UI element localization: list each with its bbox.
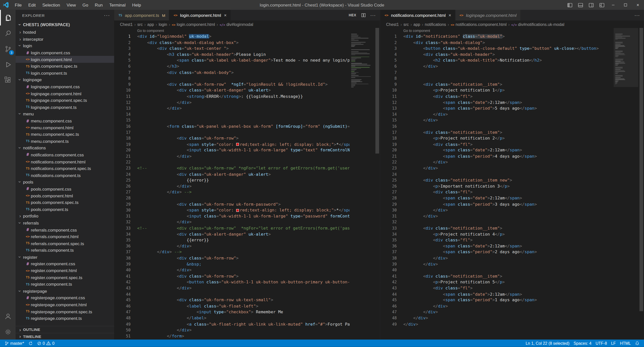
scrollbar-thumb[interactable]	[639, 28, 643, 311]
code-line-30[interactable]: 30 <span style="color: red;text-align: l…	[114, 207, 380, 213]
maximize-button[interactable]	[619, 0, 632, 10]
code-line-4[interactable]: 4 <div class="uk-modal-header">	[380, 52, 644, 58]
tree-item-registerpage-component-spec-ts[interactable]: TSregisterpage.component.spec.ts	[16, 308, 114, 315]
code-line-17[interactable]: 17	[114, 129, 380, 136]
code-line-26[interactable]: 26 </div>	[114, 184, 380, 190]
more-actions-icon[interactable]: ···	[634, 12, 640, 18]
tree-item-notifications-component-ts[interactable]: TSnotifications.component.ts	[16, 172, 114, 179]
code-line-7[interactable]: 7 <div class="uk-modal-body">	[114, 70, 380, 76]
code-line-6[interactable]: 6 </h3>	[114, 64, 380, 70]
customize-layout-icon[interactable]	[596, 0, 607, 10]
code-line-35[interactable]: 35 <div class="fl">	[380, 237, 644, 243]
code-line-22[interactable]: 22	[114, 159, 380, 165]
activity-source-control[interactable]: 3	[0, 41, 16, 57]
tree-item-menu[interactable]: ›menu	[16, 110, 114, 117]
section-outline[interactable]: ›OUTLINE	[16, 326, 114, 333]
code-line-46[interactable]: 46 <label class="uk-float-left">	[114, 303, 380, 309]
code-line-49[interactable]: 49</div>	[380, 321, 644, 327]
code-line-2[interactable]: 2 <div class="uk-modal-dialog wht-box">	[114, 40, 380, 46]
code-line-34[interactable]: 34 <p>Project notification 4</p>	[380, 231, 644, 237]
vscode-logo-icon[interactable]	[0, 2, 12, 8]
breadcrumb-item-chest1[interactable]: Chest1	[386, 22, 399, 26]
code-line-20[interactable]: 20 <input class="uk-width-1-1 uk-form-la…	[114, 148, 380, 154]
code-line-9[interactable]: 9 <div class="notification__item">	[380, 81, 644, 88]
code-line-34[interactable]: 34 <div class="uk-alert-danger" uk-alert…	[114, 231, 380, 237]
code-line-11[interactable]: 11 <div class="fl">	[380, 94, 644, 100]
tree-item-pools-component-html[interactable]: <>pools.component.html	[16, 192, 114, 199]
code-line-8[interactable]: 8	[380, 76, 644, 82]
tree-item-login[interactable]: ›login	[16, 42, 114, 49]
code-line-5[interactable]: 5 <h2 class="uk-modal-title">Notificatio…	[380, 58, 644, 64]
code-line-52[interactable]: 52 </div>	[114, 339, 380, 339]
tree-item-pools[interactable]: ›pools	[16, 179, 114, 185]
close-icon[interactable]: ×	[224, 13, 227, 18]
code-line-43[interactable]: 43 <div class="fl">	[380, 285, 644, 291]
code-line-33[interactable]: 33<!-- <div class="uk-form-row" *ngFor="…	[114, 225, 380, 231]
code-editor[interactable]: Go to component1<div id="notifications" …	[380, 28, 644, 339]
breadcrumb-item-src[interactable]: src	[137, 22, 143, 26]
code-line-11[interactable]: 11 <strong>ERROR</strong>: {{loginResult…	[114, 94, 380, 100]
menu-edit[interactable]: Edit	[25, 0, 39, 10]
status-spaces-4[interactable]: Spaces: 4	[572, 341, 593, 345]
workspace-section-header[interactable]: › CHEST1 (WORKSPACE)	[16, 21, 114, 29]
code-line-47[interactable]: 47 </div>	[380, 309, 644, 315]
code-line-6[interactable]: 6 </div>	[380, 64, 644, 70]
tree-item-loginpage[interactable]: ›loginpage	[16, 76, 114, 83]
activity-settings[interactable]	[0, 324, 16, 339]
breadcrumb-item-login-component-html[interactable]: <>login.component.html	[172, 22, 215, 26]
code-line-42[interactable]: 42 <p>Project notification 5</p>	[380, 279, 644, 285]
code-line-41[interactable]: 41 <div class="notification__item">	[380, 273, 644, 279]
tree-item-menu-component-html[interactable]: <>menu.component.html	[16, 124, 114, 131]
tree-item-registerpage-component-css[interactable]: #registerpage.component.css	[16, 294, 114, 301]
code-line-16[interactable]: 16	[380, 123, 644, 129]
breadcrumb-symbol[interactable]: </>div#loginmodal	[220, 22, 253, 26]
tree-item-referrals-component-spec-ts[interactable]: TSreferrals.component.spec.ts	[16, 240, 114, 247]
breadcrumb-item-app[interactable]: app	[413, 22, 420, 26]
status-utf-8[interactable]: UTF-8	[593, 341, 609, 345]
code-editor[interactable]: Go to component1<div id="loginmodal" uk-…	[114, 28, 380, 339]
code-line-1[interactable]: 1<div id="notifications" class="uk-modal…	[380, 34, 644, 40]
code-line-2[interactable]: 2 <div class="uk-modal-dialog">	[380, 40, 644, 46]
tree-item-interceptor[interactable]: ›interceptor	[16, 35, 114, 42]
tree-item-login-component-html[interactable]: <>login.component.html	[16, 56, 114, 63]
code-line-39[interactable]: 39 </div>	[380, 261, 644, 267]
status-git-branch[interactable]: master*	[3, 339, 26, 347]
menu-run[interactable]: Run	[92, 0, 106, 10]
code-line-1[interactable]: 1<div id="loginmodal" uk-modal>	[114, 34, 380, 40]
code-line-14[interactable]: 14	[114, 112, 380, 118]
tree-item-referrals[interactable]: ›referrals	[16, 220, 114, 226]
code-line-16[interactable]: 16 <form class="uk-panel uk-panel-box uk…	[114, 123, 380, 129]
tree-item-referrals-component-ts[interactable]: TSreferrals.component.ts	[16, 247, 114, 253]
breadcrumb-item-app[interactable]: app	[147, 22, 154, 26]
code-line-18[interactable]: 18 <div class="uk-form-row">	[114, 136, 380, 142]
code-line-36[interactable]: 36 <span class="date">2:12am</span>	[380, 243, 644, 249]
code-line-47[interactable]: 47 <input type="checkbox"> Remember Me	[114, 309, 380, 315]
scrollbar-thumb[interactable]	[375, 28, 379, 154]
minimap[interactable]	[349, 28, 380, 339]
code-line-42[interactable]: 42 <button class="uk-width-1-1 uk-button…	[114, 279, 380, 285]
tree-item-registerpage-component-html[interactable]: <>registerpage.component.html	[16, 301, 114, 308]
code-line-28[interactable]: 28	[114, 195, 380, 201]
minimize-button[interactable]	[607, 0, 619, 10]
code-line-29[interactable]: 29 <span class="period">3 days ago</span…	[380, 201, 644, 207]
code-line-32[interactable]: 32	[380, 219, 644, 225]
tree-item-login-component-ts[interactable]: TSlogin.component.ts	[16, 70, 114, 76]
code-line-43[interactable]: 43 </div>	[114, 285, 380, 291]
activity-extensions[interactable]	[0, 72, 16, 88]
tree-item-referrals-component-html[interactable]: <>referrals.component.html	[16, 233, 114, 240]
code-line-24[interactable]: 24 <div class="uk-alert-danger" uk-alert…	[114, 171, 380, 178]
menu-file[interactable]: File	[12, 0, 25, 10]
tab-loginpage-component-html[interactable]: <>loginpage.component.html	[455, 10, 521, 20]
code-line-15[interactable]: 15	[114, 117, 380, 123]
tree-item-notifications[interactable]: ›notifications	[16, 145, 114, 151]
tree-item-login-component-spec-ts[interactable]: TSlogin.component.spec.ts	[16, 63, 114, 70]
code-line-48[interactable]: 48 </label>	[114, 315, 380, 321]
action-hex[interactable]: HEX	[349, 13, 356, 17]
toggle-secondary-sidebar-icon[interactable]	[586, 0, 596, 10]
code-line-48[interactable]: 48 </div>	[380, 315, 644, 321]
close-icon[interactable]: ×	[449, 13, 451, 18]
code-line-17[interactable]: 17 <div class="notification__item">	[380, 129, 644, 136]
breadcrumb-item-notifications[interactable]: notifications	[425, 22, 446, 26]
tree-item-loginpage-component-spec-ts[interactable]: TSloginpage.component.spec.ts	[16, 97, 114, 104]
code-line-4[interactable]: 4 <h3 class="uk-modal-header">Please Log…	[114, 52, 380, 58]
